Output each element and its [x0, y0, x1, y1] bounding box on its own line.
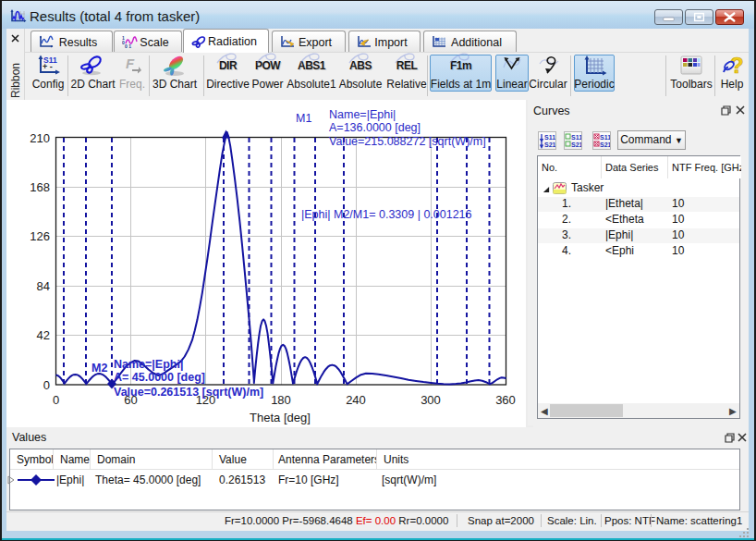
svg-text:S21: S21 — [544, 141, 555, 148]
svg-text:S21: S21 — [571, 141, 581, 148]
svg-text:?: ? — [730, 55, 744, 77]
svg-text:Name=|Ephi|: Name=|Ephi| — [329, 108, 396, 121]
svg-text:Theta [deg]: Theta [deg] — [250, 411, 311, 424]
svg-text:S11: S11 — [600, 134, 610, 141]
svg-text:168: 168 — [30, 180, 50, 194]
svg-text:M1: M1 — [296, 112, 311, 125]
svg-text:300: 300 — [421, 393, 441, 407]
svg-text:126: 126 — [30, 229, 50, 243]
svg-text:84: 84 — [37, 279, 50, 293]
svg-text:M2: M2 — [91, 362, 107, 375]
svg-text:Name=|Ephi|: Name=|Ephi| — [114, 358, 183, 371]
svg-text:240: 240 — [346, 393, 366, 407]
svg-text:+ -: + - — [43, 62, 53, 71]
svg-text:S11: S11 — [571, 134, 581, 141]
svg-text:210: 210 — [30, 131, 50, 145]
svg-text:|Ephi| M2/M1= 0.3309 | 0.0012: |Ephi| M2/M1= 0.3309 | 0.001216 — [301, 208, 472, 221]
svg-text:S11: S11 — [544, 134, 555, 141]
svg-text:0: 0 — [43, 378, 50, 392]
svg-text:42: 42 — [37, 328, 50, 342]
svg-text:360: 360 — [495, 393, 516, 407]
svg-text:S21: S21 — [600, 141, 610, 148]
svg-text:F: F — [126, 55, 135, 71]
svg-text:0: 0 — [53, 393, 59, 407]
svg-text:180: 180 — [271, 393, 291, 407]
svg-text:A= 45.0000 [deg]: A= 45.0000 [deg] — [114, 371, 205, 384]
svg-text:Value=215.088272 [sqrt(W)/m]: Value=215.088272 [sqrt(W)/m] — [329, 135, 486, 148]
svg-text:A=136.0000 [deg]: A=136.0000 [deg] — [329, 121, 421, 134]
svg-text:Value=0.261513 [sqrt(W)/m]: Value=0.261513 [sqrt(W)/m] — [114, 386, 263, 399]
